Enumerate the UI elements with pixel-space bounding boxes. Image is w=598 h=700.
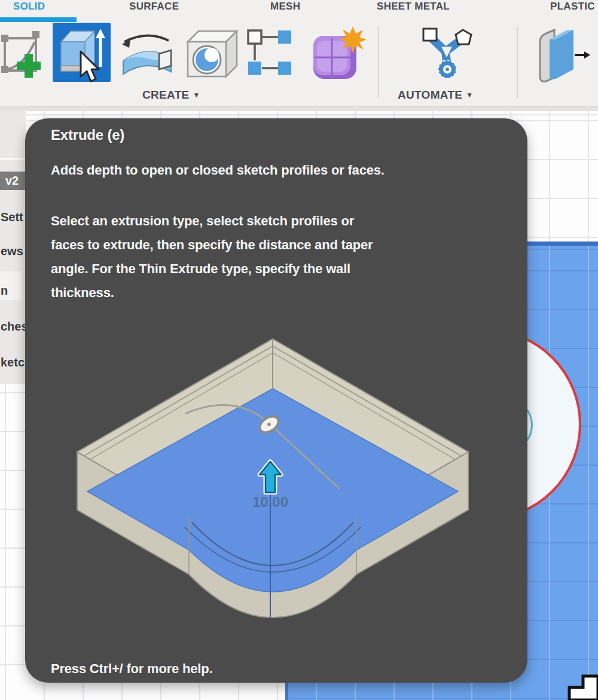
create-sketch-button[interactable] [0, 29, 45, 85]
ribbon-toolbar: SOLID SURFACE MESH SHEET METAL PLASTIC [0, 0, 598, 106]
tab-surface[interactable]: SURFACE [129, 1, 179, 13]
description-line: Select an extrusion type, select sketch … [51, 209, 373, 233]
extrude-tooltip: Extrude (e) Adds depth to open or closed… [25, 118, 527, 683]
create-group-dropdown[interactable]: CREATE▼ [142, 88, 200, 102]
ribbon-bottom-strip [0, 106, 598, 111]
app-window: v2 Sett ews n ches ketc SOLID SURFACE ME… [0, 0, 598, 700]
tooltip-summary: Adds depth to open or closed sketch prof… [51, 163, 385, 178]
tooltip-description: Select an extrusion type, select sketch … [51, 209, 373, 305]
tooltip-title: Extrude (e) [51, 127, 124, 143]
rectangular-pattern-icon [247, 27, 296, 79]
browser-item-named-views[interactable]: ews [1, 244, 23, 258]
description-line: faces to extrude, then specify the dista… [51, 233, 373, 257]
tab-solid[interactable]: SOLID [13, 1, 45, 13]
description-line: angle. For the Thin Extrude type, specif… [51, 257, 373, 281]
ribbon-divider [378, 27, 379, 97]
hole-button[interactable] [183, 26, 240, 84]
hole-icon [183, 26, 240, 81]
browser-item-sketch[interactable]: ketc [1, 356, 25, 369]
document-version-badge: v2 [0, 172, 26, 190]
chevron-down-icon: ▼ [466, 91, 473, 99]
corner-step-glyph [567, 673, 598, 700]
revolve-icon [118, 26, 175, 84]
browser-separator [0, 158, 26, 160]
create-group-label: CREATE [142, 88, 190, 101]
automate-icon [419, 26, 475, 81]
tab-mesh[interactable]: MESH [270, 1, 300, 13]
browser-panel: v2 Sett ews n ches ketc [0, 111, 26, 384]
rectangular-pattern-button[interactable] [247, 27, 296, 81]
automate-group-label: AUTOMATE [398, 88, 462, 101]
tab-sheet-metal[interactable]: SHEET METAL [377, 1, 450, 13]
create-form-button[interactable] [310, 25, 366, 84]
tab-plastic[interactable]: PLASTIC [550, 1, 595, 13]
browser-item-sketches[interactable]: ches [1, 320, 28, 334]
mouse-cursor-icon [79, 50, 104, 87]
thicken-icon [534, 26, 591, 82]
ribbon-divider [517, 27, 518, 97]
chevron-down-icon: ▼ [193, 91, 200, 99]
revolve-button[interactable] [118, 26, 175, 86]
dimension-value: 10.00 [252, 494, 288, 510]
automate-group-dropdown[interactable]: AUTOMATE▼ [398, 88, 474, 102]
description-line: thickness. [51, 281, 373, 305]
extrude-illustration: 10.00 [57, 323, 488, 625]
browser-item-settings[interactable]: Sett [1, 210, 23, 224]
thicken-button[interactable] [534, 26, 591, 85]
active-tab-underline [0, 17, 77, 22]
tooltip-footer: Press Ctrl+/ for more help. [51, 661, 212, 677]
create-sketch-icon [0, 29, 45, 82]
form-icon [310, 25, 366, 81]
browser-item-origin[interactable]: n [1, 284, 8, 298]
automate-button[interactable] [419, 26, 475, 84]
